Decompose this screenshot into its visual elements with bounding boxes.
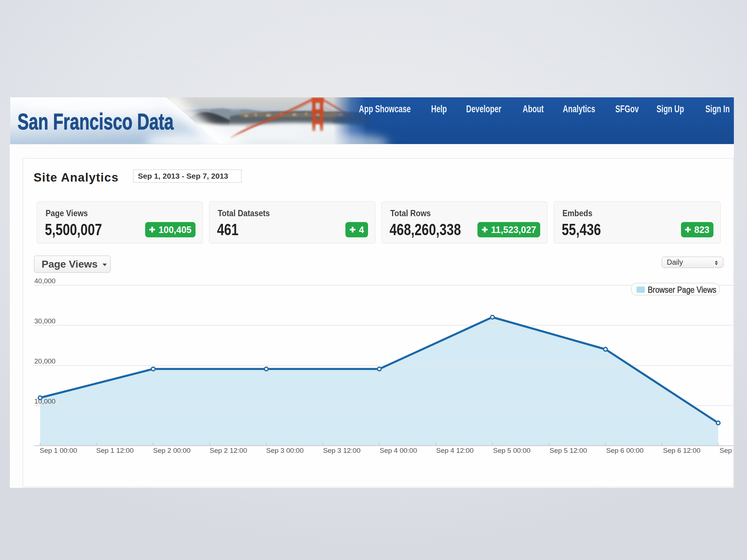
svg-text:Sep 1 12:00: Sep 1 12:00 xyxy=(96,447,133,454)
svg-text:Sep 4 00:00: Sep 4 00:00 xyxy=(380,447,417,454)
svg-text:Sep 3 00:00: Sep 3 00:00 xyxy=(266,447,303,454)
svg-text:20,000: 20,000 xyxy=(34,357,55,365)
svg-text:Sep 6 12:00: Sep 6 12:00 xyxy=(663,447,700,454)
svg-text:40,000: 40,000 xyxy=(34,277,55,285)
svg-text:Sep 1 00:00: Sep 1 00:00 xyxy=(40,447,77,454)
svg-text:Sep 5 12:00: Sep 5 12:00 xyxy=(550,447,587,454)
svg-text:Sep 4 12:00: Sep 4 12:00 xyxy=(436,447,473,454)
svg-text:Sep 3 12:00: Sep 3 12:00 xyxy=(323,447,360,454)
svg-text:San Francisco Data: San Francisco Data xyxy=(18,109,174,134)
svg-text:Sep 2 12:00: Sep 2 12:00 xyxy=(210,447,247,454)
svg-text:30,000: 30,000 xyxy=(34,317,55,325)
svg-text:Sep 6 00:00: Sep 6 00:00 xyxy=(606,447,643,454)
svg-text:Sep 5 00:00: Sep 5 00:00 xyxy=(493,447,530,454)
svg-text:Sep 2 00:00: Sep 2 00:00 xyxy=(153,447,190,454)
svg-text:10,000: 10,000 xyxy=(34,397,55,405)
svg-text:Sep 7 00:00: Sep 7 00:00 xyxy=(720,447,734,454)
